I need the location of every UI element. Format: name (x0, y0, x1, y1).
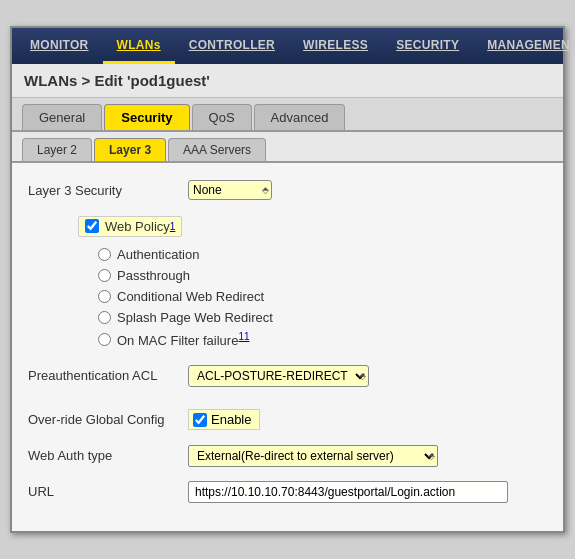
radio-mac-label: On MAC Filter failure11 (117, 331, 250, 348)
tab-advanced[interactable]: Advanced (254, 104, 346, 130)
web-policy-checkbox-wrapper: Web Policy 1 (78, 216, 182, 237)
override-row: Over-ride Global Config Enable (28, 407, 547, 433)
nav-wlans[interactable]: WLANs (103, 28, 175, 64)
layer3-security-label: Layer 3 Security (28, 183, 188, 198)
preauthentication-select-wrapper: ACL-POSTURE-REDIRECT None (188, 365, 369, 387)
layer3-security-select-wrapper: None Web Policy (188, 180, 272, 200)
radio-splash-label: Splash Page Web Redirect (117, 310, 273, 325)
webauth-type-label: Web Auth type (28, 448, 188, 463)
radio-splash-row: Splash Page Web Redirect (98, 310, 547, 325)
override-enable-wrapper: Enable (188, 409, 260, 430)
web-policy-row: Web Policy 1 (78, 213, 547, 239)
nav-wireless[interactable]: WIRELESS (289, 28, 382, 64)
nav-monitor[interactable]: MONITOR (16, 28, 103, 64)
preauthentication-select[interactable]: ACL-POSTURE-REDIRECT None (188, 365, 369, 387)
webauth-type-row: Web Auth type External(Re-direct to exte… (28, 443, 547, 469)
main-window: MONITOR WLANs CONTROLLER WIRELESS SECURI… (10, 26, 565, 532)
mac-footnote[interactable]: 11 (238, 331, 249, 342)
url-label: URL (28, 484, 188, 499)
layer3-security-select[interactable]: None Web Policy (188, 180, 272, 200)
radio-authentication-label: Authentication (117, 247, 199, 262)
nav-controller[interactable]: CONTROLLER (175, 28, 289, 64)
sub-tab-layer3[interactable]: Layer 3 (94, 138, 166, 161)
nav-security[interactable]: SECURITY (382, 28, 473, 64)
radio-splash[interactable] (98, 311, 111, 324)
tab-security[interactable]: Security (104, 104, 189, 130)
webauth-type-select[interactable]: External(Re-direct to external server) I… (188, 445, 438, 467)
override-checkbox[interactable] (193, 413, 207, 427)
main-tabs: General Security QoS Advanced (12, 98, 563, 132)
webauth-select-wrapper: External(Re-direct to external server) I… (188, 445, 438, 467)
sub-tabs: Layer 2 Layer 3 AAA Servers (12, 132, 563, 163)
preauthentication-label: Preauthentication ACL (28, 368, 188, 383)
web-policy-checkbox[interactable] (85, 219, 99, 233)
page-title: WLANs > Edit 'pod1guest' (12, 64, 563, 98)
override-enable-text: Enable (211, 412, 251, 427)
layer3-security-row: Layer 3 Security None Web Policy (28, 177, 547, 203)
radio-conditional-row: Conditional Web Redirect (98, 289, 547, 304)
radio-passthrough-label: Passthrough (117, 268, 190, 283)
sub-tab-aaa[interactable]: AAA Servers (168, 138, 266, 161)
radio-conditional-label: Conditional Web Redirect (117, 289, 264, 304)
web-policy-label: Web Policy (105, 219, 170, 234)
tab-qos[interactable]: QoS (192, 104, 252, 130)
web-policy-footnote[interactable]: 1 (170, 221, 176, 232)
radio-passthrough[interactable] (98, 269, 111, 282)
radio-conditional[interactable] (98, 290, 111, 303)
override-label: Over-ride Global Config (28, 412, 188, 427)
radio-passthrough-row: Passthrough (98, 268, 547, 283)
nav-management[interactable]: MANAGEMENT (473, 28, 575, 64)
content-area: Layer 3 Security None Web Policy Web Pol… (12, 163, 563, 530)
url-input[interactable] (188, 481, 508, 503)
nav-bar: MONITOR WLANs CONTROLLER WIRELESS SECURI… (12, 28, 563, 64)
tab-general[interactable]: General (22, 104, 102, 130)
radio-authentication-row: Authentication (98, 247, 547, 262)
url-row: URL (28, 479, 547, 505)
radio-mac-filter[interactable] (98, 333, 111, 346)
preauthentication-row: Preauthentication ACL ACL-POSTURE-REDIRE… (28, 363, 547, 389)
sub-tab-layer2[interactable]: Layer 2 (22, 138, 92, 161)
radio-mac-row: On MAC Filter failure11 (98, 331, 547, 348)
radio-authentication[interactable] (98, 248, 111, 261)
